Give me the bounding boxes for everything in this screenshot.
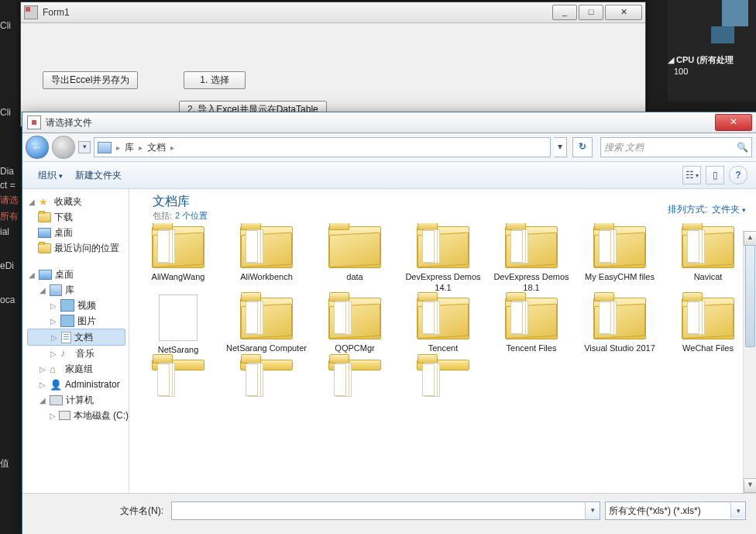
tree-pictures[interactable]: 图片 [77,315,96,328]
filename-dropdown-button[interactable]: ▾ [585,502,600,519]
tree-twisty-icon[interactable]: ▷ [49,317,57,326]
organize-menu[interactable]: 组织 [32,166,69,185]
filetype-filter-dropdown[interactable]: 所有文件(*xls*) (*.xls*) ▾ [605,501,746,520]
preview-pane-toggle[interactable]: ▯ [706,166,724,184]
search-input[interactable]: 搜索 文档 🔍 [600,137,752,157]
tree-desktop[interactable]: 桌面 [55,268,74,281]
folder-icon [328,226,381,268]
folder-icon [240,226,293,268]
close-button[interactable]: ✕ [605,5,642,20]
filter-dropdown-button[interactable]: ▾ [730,503,745,518]
file-item[interactable]: AliWangWang [137,226,219,293]
video-icon [60,299,74,312]
new-folder-button[interactable]: 新建文件夹 [69,166,128,185]
tree-desktop-fav[interactable]: 桌面 [54,226,73,239]
filename-combobox[interactable]: ▾ [171,501,600,520]
file-item[interactable]: NetSarang [137,298,219,355]
form1-window: Form1 _ □ ✕ 导出Eccel并另存为 1. 选择 2. 导入Excel… [20,2,646,127]
tree-libraries[interactable]: 库 [65,284,74,297]
breadcrumb-libraries[interactable]: 库 [125,141,134,154]
select-button[interactable]: 1. 选择 [184,71,246,89]
tree-administrator[interactable]: Administrator [65,379,120,390]
file-item-label: Navicat [667,271,749,282]
tree-twisty-icon[interactable]: ◢ [38,396,46,405]
address-bar[interactable]: ▸ 库 ▸ 文档 ▸ [94,137,551,157]
tree-favorites[interactable]: 收藏夹 [54,195,82,208]
file-item[interactable]: My EasyCHM files [579,226,661,293]
form1-titlebar[interactable]: Form1 _ □ ✕ [21,2,645,23]
export-excel-button[interactable]: 导出Eccel并另存为 [43,71,138,89]
tree-downloads[interactable]: 下载 [54,211,73,224]
file-item[interactable]: Tencent [402,298,484,355]
tree-twisty-icon[interactable]: ◢ [38,286,46,295]
tree-recent[interactable]: 最近访问的位置 [54,242,119,255]
help-button[interactable]: ? [729,166,747,184]
tree-homegroup[interactable]: 家庭组 [65,363,93,376]
maximize-button[interactable]: □ [579,5,603,20]
scroll-up-button[interactable]: ▲ [744,231,756,246]
cpu-box-icon [711,26,734,43]
tree-twisty-icon[interactable]: ▷ [49,412,56,420]
folder-icon [505,298,558,339]
search-placeholder: 搜索 文档 [604,141,644,154]
tree-twisty-icon[interactable]: ▷ [50,333,58,342]
file-item[interactable] [225,360,308,374]
breadcrumb-documents[interactable]: 文档 [147,141,166,154]
file-item[interactable]: QQPCMgr [314,298,396,355]
nav-forward-button[interactable]: → [52,136,75,159]
file-item[interactable]: AliWorkbench [225,226,308,293]
file-item[interactable]: data [314,226,396,293]
arrange-by-label: 排列方式: [668,203,707,216]
tree-videos[interactable]: 视频 [77,299,96,312]
search-icon[interactable]: 🔍 [737,142,748,153]
file-item-label: data [314,271,396,282]
tree-twisty-icon[interactable]: ▷ [49,350,57,358]
nav-back-button[interactable]: ← [26,136,49,159]
file-item[interactable] [402,360,484,374]
tree-drive-c[interactable]: 本地磁盘 (C:) [74,409,129,422]
breadcrumb-sep-icon[interactable]: ▸ [139,143,143,152]
tree-twisty-icon[interactable]: ▷ [38,365,46,374]
breadcrumb-sep-icon[interactable]: ▸ [170,143,174,152]
scroll-thumb[interactable] [745,245,755,347]
tree-music[interactable]: 音乐 [76,347,94,360]
tree-twisty-icon[interactable]: ◢ [27,270,36,279]
scroll-down-button[interactable]: ▼ [744,478,756,493]
view-mode-dropdown[interactable]: ☷▾ [682,166,701,184]
dialog-close-button[interactable]: ✕ [715,114,752,131]
dialog-title: 请选择文件 [46,116,715,129]
desktop-icon [39,270,52,280]
scrollbar[interactable]: ▲ ▼ [743,231,756,493]
tree-twisty-icon[interactable]: ▷ [38,381,46,389]
arrange-by-value[interactable]: 文件夹 [712,203,746,216]
tree-computer[interactable]: 计算机 [66,394,94,407]
dialog-nav-row: ← → ▾ ▸ 库 ▸ 文档 ▸ ▾ ↻ 搜索 文档 🔍 [22,133,756,162]
filename-input[interactable] [172,502,585,519]
file-item[interactable]: DevExpress Demos 18.1 [490,226,572,293]
nav-history-dropdown[interactable]: ▾ [78,141,91,153]
file-item[interactable]: WeChat Files [667,298,749,355]
tree-twisty-icon[interactable]: ◢ [27,198,36,206]
file-item[interactable] [137,360,219,374]
file-item[interactable] [314,360,396,374]
tree-documents[interactable]: 文档 [74,331,93,344]
refresh-button[interactable]: ↻ [572,137,593,157]
folder-icon [152,226,204,268]
file-item[interactable]: Visual Studio 2017 [579,298,661,355]
address-dropdown[interactable]: ▾ [554,137,567,157]
file-grid[interactable]: AliWangWangAliWorkbenchdataDevExpress De… [129,223,756,493]
file-item[interactable]: Tencent Files [490,298,572,355]
library-locations-link[interactable]: 2 个位置 [175,210,208,222]
arrange-by[interactable]: 排列方式: 文件夹 [668,203,746,216]
cpu-bar-icon [722,0,748,26]
navigation-tree[interactable]: ◢★收藏夹 下载 桌面 最近访问的位置 ◢桌面 ◢库 ▷视频 ▷图片 ▷文档 ▷… [22,189,129,493]
tree-twisty-icon[interactable]: ▷ [49,301,57,310]
file-item[interactable]: DevExpress Demos 14.1 [402,226,484,293]
breadcrumb-sep-icon[interactable]: ▸ [116,143,120,152]
background-value-label: 值 [0,457,23,470]
file-item[interactable]: NetSarang Computer [225,298,308,355]
file-list-pane: 文档库 包括: 2 个位置 排列方式: 文件夹 AliWangWangAliWo… [129,189,756,493]
dialog-titlebar[interactable]: 请选择文件 ✕ [22,112,756,133]
minimize-button[interactable]: _ [552,5,577,20]
file-item[interactable]: Navicat [667,226,749,293]
